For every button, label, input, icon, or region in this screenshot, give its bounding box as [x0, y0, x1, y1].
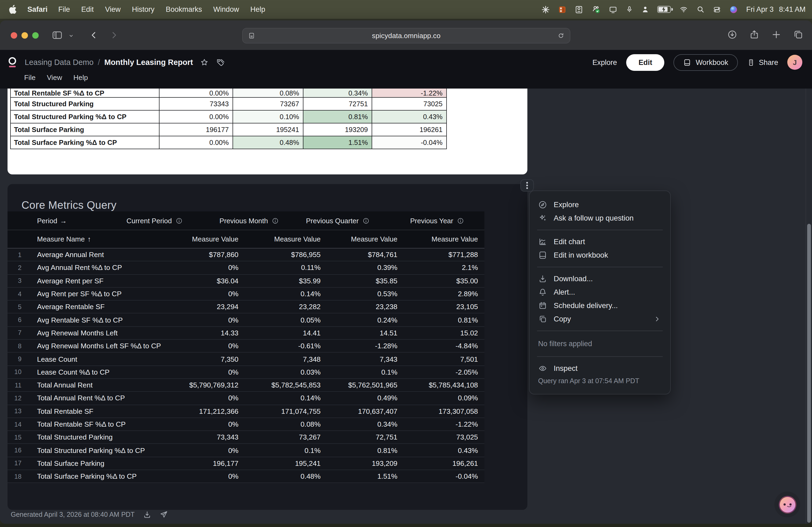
- measure-name-cell[interactable]: Total Surface Parking %Δ to CP: [21, 472, 174, 480]
- info-icon[interactable]: [457, 217, 464, 224]
- avatar[interactable]: J: [787, 55, 802, 70]
- measure-value-cell[interactable]: 0.09%: [397, 394, 478, 402]
- measure-value-cell[interactable]: 196,261: [397, 460, 478, 467]
- new-tab-icon[interactable]: [771, 30, 781, 40]
- favorite-star-icon[interactable]: [200, 58, 209, 67]
- measure-value-cell[interactable]: 0.43%: [397, 446, 478, 454]
- column-header-3[interactable]: Previous Quarter: [293, 216, 383, 225]
- back-button[interactable]: [89, 31, 98, 40]
- measure-value-cell[interactable]: 7,350: [174, 355, 238, 363]
- explore-button[interactable]: Explore: [592, 58, 617, 66]
- apple-icon[interactable]: [9, 5, 17, 14]
- download-report-icon[interactable]: [143, 510, 151, 519]
- measure-value-cell[interactable]: 0%: [174, 342, 238, 350]
- summary-cell[interactable]: 0.00%: [160, 89, 233, 98]
- measure-value-cell[interactable]: 0.39%: [321, 264, 397, 272]
- measure-value-cell[interactable]: $5,785,434,108: [397, 381, 478, 389]
- sidebar-icon[interactable]: [52, 30, 63, 41]
- tab-overview-icon[interactable]: [793, 30, 803, 40]
- info-icon[interactable]: [176, 217, 183, 224]
- menu-item-copy[interactable]: Copy: [530, 312, 670, 326]
- measure-value-cell[interactable]: 14.41: [238, 329, 321, 337]
- summary-cell[interactable]: 196177: [160, 123, 233, 136]
- measure-value-cell[interactable]: 23,282: [238, 303, 321, 311]
- menubar-item-file[interactable]: File: [58, 5, 70, 13]
- share-icon[interactable]: [749, 30, 759, 40]
- measure-value-cell[interactable]: 7,348: [238, 355, 321, 363]
- summary-row-label[interactable]: Total Rentable SF %Δ to CP: [10, 89, 160, 98]
- summary-row-label[interactable]: Total Structured Parking: [10, 98, 160, 110]
- column-header-2[interactable]: Previous Month: [197, 216, 293, 225]
- info-icon[interactable]: [362, 217, 369, 224]
- scrollbar-thumb[interactable]: [807, 224, 811, 523]
- summary-cell[interactable]: 0.10%: [233, 110, 303, 123]
- measure-name-cell[interactable]: Avg Renewal Months Left: [21, 329, 174, 337]
- measure-name-cell[interactable]: Lease Count %Δ to CP: [21, 368, 174, 376]
- summary-cell[interactable]: 0.43%: [372, 110, 447, 123]
- measure-name-cell[interactable]: Average Rentable SF: [21, 303, 174, 311]
- summary-cell[interactable]: 1.51%: [303, 136, 372, 149]
- measure-value-cell[interactable]: 0.81%: [397, 316, 478, 324]
- measure-value-cell[interactable]: 0.24%: [321, 316, 397, 324]
- summary-cell[interactable]: 73343: [160, 98, 233, 110]
- measure-value-cell[interactable]: -0.61%: [238, 342, 321, 350]
- measure-value-cell[interactable]: $786,955: [238, 251, 321, 259]
- summary-cell[interactable]: 0.00%: [160, 136, 233, 149]
- measure-name-cell[interactable]: Average Rent per SF: [21, 277, 174, 285]
- spotlight-icon[interactable]: [697, 5, 705, 13]
- menubar-item-help[interactable]: Help: [250, 5, 265, 13]
- measure-value-cell[interactable]: 73,025: [397, 433, 478, 441]
- measure-value-cell[interactable]: 73,267: [238, 433, 321, 441]
- minimize-window-button[interactable]: [21, 32, 28, 39]
- measure-value-cell[interactable]: 0.48%: [238, 472, 321, 480]
- measure-value-cell[interactable]: 195,241: [238, 460, 321, 467]
- siri-icon[interactable]: [729, 5, 738, 14]
- summary-cell[interactable]: -1.22%: [372, 89, 447, 98]
- measure-value-cell[interactable]: 2.1%: [397, 264, 478, 272]
- measure-value-cell[interactable]: -4.84%: [397, 342, 478, 350]
- measure-value-cell[interactable]: 23,238: [321, 303, 397, 311]
- menu-item-explore[interactable]: Explore: [530, 198, 670, 211]
- sidebar-chevron-icon[interactable]: [69, 33, 74, 38]
- page-settings-icon[interactable]: [248, 32, 255, 40]
- tag-icon[interactable]: [216, 58, 225, 67]
- measure-value-cell[interactable]: 0.11%: [238, 264, 321, 272]
- info-icon[interactable]: [272, 217, 279, 224]
- measure-value-cell[interactable]: 0.49%: [321, 394, 397, 402]
- measure-value-cell[interactable]: 1.51%: [321, 472, 397, 480]
- menu-item-alert[interactable]: Alert...: [530, 286, 670, 299]
- measure-name-cell[interactable]: Total Structured Parking: [21, 433, 174, 441]
- menu-item-inspect[interactable]: Inspect: [530, 362, 670, 375]
- summary-row-label[interactable]: Total Structured Parking %Δ to CP: [10, 110, 160, 123]
- measure-value-cell[interactable]: $35.00: [397, 277, 478, 285]
- display-mirroring-icon[interactable]: [609, 5, 618, 14]
- app-menu-file[interactable]: File: [24, 74, 36, 81]
- user-status-icon[interactable]: [641, 5, 650, 13]
- forward-button[interactable]: [110, 31, 119, 40]
- summary-cell[interactable]: 0.81%: [303, 110, 372, 123]
- measure-value-cell[interactable]: 193,209: [321, 460, 397, 467]
- menu-item-edit-chart[interactable]: Edit chart: [530, 235, 670, 249]
- battery-icon[interactable]: [657, 6, 671, 13]
- measure-value-cell[interactable]: 15.02: [397, 329, 478, 337]
- measure-value-cell[interactable]: 0.14%: [238, 290, 321, 298]
- measure-value-cell[interactable]: 0.34%: [321, 420, 397, 428]
- measure-name-cell[interactable]: Total Rentable SF: [21, 407, 174, 415]
- menubar-item-edit[interactable]: Edit: [81, 5, 94, 13]
- measure-value-cell[interactable]: 0%: [174, 420, 238, 428]
- measure-value-cell[interactable]: 7,501: [397, 355, 478, 363]
- measure-value-cell[interactable]: 0%: [174, 446, 238, 454]
- omni-logo[interactable]: [7, 56, 18, 68]
- menubar-item-view[interactable]: View: [105, 5, 120, 13]
- measure-value-header[interactable]: Measure Value: [238, 235, 321, 243]
- menu-item-edit-in-workbook[interactable]: Edit in workbook: [530, 249, 670, 262]
- measure-value-cell[interactable]: -2.05%: [397, 368, 478, 376]
- measure-name-cell[interactable]: Average Annual Rent: [21, 251, 174, 259]
- measure-value-cell[interactable]: 171,074,755: [238, 407, 321, 415]
- measure-name-cell[interactable]: Avg Annual Rent %Δ to CP: [21, 264, 174, 272]
- zoom-window-button[interactable]: [32, 32, 39, 39]
- measure-value-cell[interactable]: $771,288: [397, 251, 478, 259]
- measure-name-cell[interactable]: Total Structured Parking %Δ to CP: [21, 446, 174, 454]
- workbook-button[interactable]: Workbook: [674, 54, 738, 71]
- meeting-icon[interactable]: [592, 5, 601, 14]
